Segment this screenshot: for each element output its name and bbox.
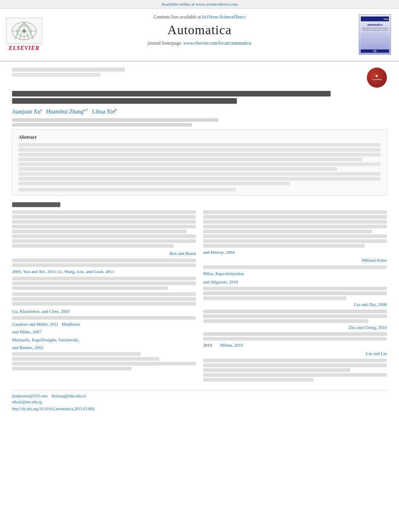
author3-link[interactable]: Lihua Xie	[92, 109, 115, 115]
miller-2007-ref: and Miller, 2007	[12, 329, 41, 334]
cover-subtitle: a journal of ifac, the international fed…	[361, 27, 389, 31]
lin-liu-link[interactable]: Lin and Liu	[366, 351, 387, 356]
article-info-left	[12, 68, 125, 77]
affiliation-area	[12, 118, 387, 127]
year-2010-ref: 2010	[203, 342, 212, 349]
header-right: ■ ■ ■ automatica a journal of ifac, the …	[351, 12, 399, 57]
millard-scher-link[interactable]: Millard-Scher	[362, 258, 387, 263]
keywords-line	[19, 188, 380, 191]
header-section: ELSEVIER Contents lists available at Sci…	[0, 8, 399, 62]
cover-icon	[372, 49, 377, 53]
elsevier-logo: ELSEVIER	[0, 12, 48, 57]
article-title-area	[12, 91, 387, 104]
author1-link[interactable]: Juanjuan Xu	[12, 109, 40, 115]
author2-sup: a,†	[84, 108, 88, 112]
two-column-body: Ren and Beard 2005; Yao and Xie, 2011; L…	[12, 210, 387, 383]
page-container: Available online at www.sciencedirect.co…	[0, 0, 399, 532]
gu-khar-link[interactable]: Gu, Kharitonov, and Chen, 2003	[12, 309, 70, 314]
crossmark-badge[interactable]: ✚ CrossMark	[367, 68, 387, 88]
svg-point-5	[23, 29, 26, 33]
abstract-box: Abstract	[12, 129, 387, 196]
author2-link[interactable]: Huanshui Zhang	[46, 109, 84, 115]
allgower-link[interactable]: and Allgower, 2010	[203, 279, 238, 284]
section-1-title	[12, 202, 387, 207]
yao-xie-ref: Yao and Xie, 2011	[23, 269, 56, 274]
elsevier-logo-image	[6, 18, 42, 44]
milma-link[interactable]: Milma, 2010	[220, 342, 243, 349]
footnote-area: juanjuanxu@163.com hushang@sdu.edu.cn el…	[12, 390, 387, 411]
journal-cover: ■ ■ ■ automatica a journal of ifac, the …	[359, 14, 391, 55]
author1-sup: a	[40, 108, 42, 112]
authors-line: Juanjuan Xua Huanshui Zhanga,† Lihua Xie…	[12, 108, 387, 115]
body-section: Ren and Beard 2005; Yao and Xie, 2011; L…	[12, 202, 387, 383]
doi-link[interactable]: http://dx.doi.org/10.1016/j.automatica.2…	[12, 407, 95, 411]
liu-zhu-link[interactable]: Liu and Zhu, 2008	[354, 302, 387, 307]
gaudette-miller-ref: Gaudette and Miller, 2011	[12, 322, 58, 327]
ren-beard-year: 2005	[12, 269, 21, 274]
content-area: ✚ CrossMark Juanjuan Xua Huanshui Zhanga…	[0, 62, 399, 417]
right-column: and Murray, 2004 Millard-Scher Milsa, Pa…	[203, 210, 387, 383]
header-center: Contents lists available at SciVerse Sci…	[48, 12, 351, 57]
sciverse-line: Contents lists available at SciVerse Sci…	[56, 14, 343, 19]
email2-link[interactable]: hushang@sdu.edu.cn	[51, 394, 86, 398]
crossmark-label: ✚ CrossMark	[372, 74, 382, 81]
renner-ref: and Renner, 2002	[12, 345, 43, 350]
elsevier-brand-text: ELSEVIER	[9, 45, 39, 51]
journal-title: Automatica	[56, 23, 343, 37]
li-wang-ref: Li, Wang, Luo, and Guan, 2011	[58, 269, 114, 274]
homepage-link[interactable]: www.elsevier.com/locate/automatica	[183, 41, 251, 45]
article-meta-bar: ✚ CrossMark	[12, 68, 387, 88]
cover-title: automatica	[367, 23, 383, 27]
sciverse-link[interactable]: SciVerse ScienceDirect	[202, 14, 246, 19]
sciencedirect-link[interactable]: Available online at www.sciencedirect.co…	[161, 2, 238, 6]
author3-sup: b	[115, 108, 117, 112]
michaelis-ref: Michaelis, EngelDonghe, Vassilevski,	[12, 337, 79, 342]
left-column: Ren and Beard 2005; Yao and Xie, 2011; L…	[12, 210, 196, 383]
murray-ref-link[interactable]: and Murray, 2004	[203, 250, 234, 255]
abstract-title: Abstract	[19, 134, 380, 141]
milsa-papa-link[interactable]: Milsa, Papachristoulou	[203, 271, 244, 276]
top-bar: Available online at www.sciencedirect.co…	[0, 0, 399, 8]
journal-homepage: journal homepage: www.elsevier.com/locat…	[56, 41, 343, 45]
zhu-cheng-link[interactable]: Zhu and Cheng, 2010	[349, 325, 387, 330]
middleton-ref: Middleton	[62, 322, 80, 327]
ren-beard-link[interactable]: Ren and Beard	[170, 251, 196, 256]
email1-link[interactable]: juanjuanxu@163.com	[12, 394, 47, 398]
email3-link[interactable]: elhxie@ntu.edu.sg	[12, 400, 42, 404]
